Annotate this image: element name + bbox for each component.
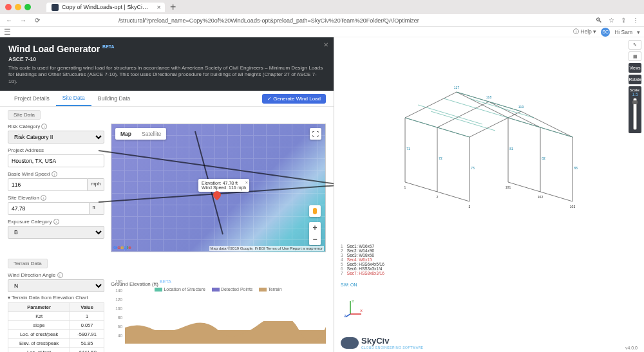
app-menubar: ☰ ⓘ Help ▾ SC Hi Sam ▾ bbox=[0, 27, 644, 37]
basic-wind-speed-label: Basic Wind Speed i bbox=[8, 171, 104, 177]
svg-text:82: 82 bbox=[542, 156, 545, 160]
module-description: This code is used for generating wind lo… bbox=[8, 65, 325, 85]
tab-close-icon[interactable]: × bbox=[156, 3, 160, 11]
map-widget[interactable]: Map Satellite ⛶ × Elevation: 47.78 ftWin… bbox=[111, 124, 326, 252]
star-icon[interactable]: ☆ bbox=[609, 17, 614, 24]
tab-title: Copy of WindLoads-opt | SkyCi… bbox=[62, 4, 148, 10]
reload-icon[interactable]: ⟳ bbox=[33, 17, 41, 24]
scale-widget[interactable]: Scale: 1.5 bbox=[629, 86, 641, 133]
tab-building-data[interactable]: Building Data bbox=[91, 91, 137, 106]
chart-legend: Location of Structure Detected Points Te… bbox=[111, 287, 326, 292]
svg-text:3: 3 bbox=[469, 205, 471, 208]
user-menu-caret-icon[interactable]: ▾ bbox=[637, 29, 640, 35]
left-panel: ✕ Wind Load Generator BETA ASCE 7-10 Thi… bbox=[0, 37, 334, 352]
viewport-toolbar: ✎ ▦ Views Rotate Scale: 1.5 bbox=[629, 40, 641, 133]
search-icon[interactable]: 🔍︎ bbox=[596, 17, 602, 24]
svg-text:118: 118 bbox=[486, 95, 492, 99]
info-icon[interactable]: i bbox=[41, 195, 46, 201]
back-icon[interactable]: ← bbox=[5, 17, 13, 24]
svg-text:X: X bbox=[360, 309, 363, 313]
forward-icon[interactable]: → bbox=[19, 17, 27, 24]
views-button[interactable]: Views bbox=[629, 63, 641, 73]
exposure-category-select[interactable]: B bbox=[8, 226, 104, 239]
info-icon[interactable]: i bbox=[53, 219, 59, 225]
svg-text:117: 117 bbox=[454, 86, 460, 89]
skyciv-logo: SkyCiv CLOUD ENGINEERING SOFTWARE bbox=[341, 336, 423, 349]
pegman-icon[interactable] bbox=[309, 205, 321, 217]
scale-slider[interactable] bbox=[633, 98, 637, 130]
hamburger-icon[interactable]: ☰ bbox=[4, 28, 11, 37]
map-attribution[interactable]: Map data ©2019 Google, INEGI Terms of Us… bbox=[209, 246, 324, 251]
svg-text:83: 83 bbox=[574, 166, 578, 170]
google-logo: Google bbox=[113, 245, 131, 250]
unit-mph: mph bbox=[88, 178, 104, 191]
svg-text:101: 101 bbox=[506, 185, 511, 189]
map-type-toggle[interactable]: Map Satellite bbox=[115, 128, 166, 140]
browser-tab[interactable]: Copy of WindLoads-opt | SkyCi… × bbox=[46, 3, 165, 12]
macos-titlebar: Copy of WindLoads-opt | SkyCi… × + bbox=[0, 0, 644, 14]
table-row: Kzt1 bbox=[8, 312, 104, 321]
svg-text:Y: Y bbox=[352, 299, 354, 303]
fullscreen-icon[interactable]: ⛶ bbox=[310, 128, 321, 140]
rotate-button[interactable]: Rotate bbox=[629, 75, 641, 84]
chart-title: Ground Elevation (ft) BETA bbox=[111, 279, 326, 287]
standard-label: ASCE 7-10 bbox=[8, 56, 325, 62]
menu-icon[interactable]: ⋮ bbox=[632, 17, 639, 24]
cloud-icon bbox=[341, 337, 359, 349]
axis-gizmo[interactable]: Y X Z bbox=[344, 298, 363, 317]
map-type-satellite[interactable]: Satellite bbox=[137, 128, 166, 140]
site-elevation-label: Site Elevation i bbox=[8, 195, 104, 201]
wind-direction-angle-label: Wind Direction Angle i bbox=[8, 272, 104, 278]
user-greeting: Hi Sam bbox=[614, 29, 632, 35]
svg-text:Z: Z bbox=[344, 314, 346, 317]
module-header: ✕ Wind Load Generator BETA ASCE 7-10 Thi… bbox=[0, 37, 334, 91]
site-elevation-input[interactable] bbox=[8, 202, 90, 215]
section-pill-site-data: Site Data bbox=[8, 110, 41, 120]
window-close-dot[interactable] bbox=[5, 4, 12, 10]
info-icon[interactable]: i bbox=[41, 124, 47, 129]
map-type-map[interactable]: Map bbox=[115, 128, 137, 140]
svg-text:102: 102 bbox=[538, 195, 544, 199]
page-title: Wind Load Generator BETA bbox=[8, 44, 325, 54]
wind-direction-angle-select[interactable]: N bbox=[8, 279, 104, 292]
self-weight-label: SW: ON bbox=[341, 283, 357, 287]
tooltip-close-icon[interactable]: × bbox=[245, 180, 249, 185]
risk-category-select[interactable]: Risk Category II bbox=[8, 131, 104, 144]
zoom-in-button[interactable]: + bbox=[309, 222, 321, 234]
terrain-table: ParameterValue Kzt1 slope0.057 Loc. of c… bbox=[8, 302, 104, 352]
table-row: Elev. of crest/peak51.85 bbox=[8, 339, 104, 348]
tool-pencil-icon[interactable]: ✎ bbox=[629, 40, 641, 50]
section-pill-terrain-data: Terrain Data bbox=[8, 259, 48, 268]
table-row: Loc. of crest/peak-5807.91 bbox=[8, 330, 104, 339]
terrain-accordion[interactable]: ▾ Terrain Data from Elevation Chart bbox=[8, 295, 104, 301]
new-tab-button[interactable]: + bbox=[165, 1, 181, 13]
window-max-dot[interactable] bbox=[24, 4, 31, 10]
window-min-dot[interactable] bbox=[15, 4, 21, 10]
browser-toolbar: ← → ⟳ /structural/?preload_name=Copy%20o… bbox=[0, 14, 644, 27]
help-menu[interactable]: ⓘ Help ▾ bbox=[573, 28, 596, 36]
zoom-out-button[interactable]: − bbox=[309, 234, 321, 245]
tab-site-data[interactable]: Site Data bbox=[56, 91, 91, 106]
project-address-label: Project Address bbox=[8, 147, 104, 153]
info-icon[interactable]: i bbox=[57, 272, 63, 278]
terrain-area bbox=[125, 321, 326, 344]
info-icon[interactable]: i bbox=[52, 171, 57, 177]
unit-ft: ft bbox=[90, 202, 104, 215]
favicon-icon bbox=[52, 4, 59, 11]
project-address-input[interactable] bbox=[8, 154, 104, 167]
url-field[interactable]: /structural/?preload_name=Copy%20of%20Wi… bbox=[48, 17, 589, 24]
svg-text:119: 119 bbox=[518, 105, 524, 109]
generate-wind-load-button[interactable]: ✓ Generate Wind Load bbox=[262, 94, 326, 104]
tab-project-details[interactable]: Project Details bbox=[8, 91, 56, 106]
user-avatar[interactable]: SC bbox=[601, 28, 610, 37]
map-tooltip: × Elevation: 47.78 ftWind Speed: 116 mph bbox=[198, 179, 249, 192]
svg-text:103: 103 bbox=[570, 205, 576, 208]
tool-grid-icon[interactable]: ▦ bbox=[629, 51, 641, 61]
structural-model[interactable]: 717273 818283 117118119 123 101102103 bbox=[379, 66, 611, 208]
close-panel-icon[interactable]: ✕ bbox=[323, 41, 328, 48]
svg-text:71: 71 bbox=[406, 147, 410, 151]
basic-wind-speed-input[interactable] bbox=[8, 178, 88, 191]
svg-text:73: 73 bbox=[471, 166, 475, 170]
3d-viewport[interactable]: ✎ ▦ Views Rotate Scale: 1.5 bbox=[334, 37, 644, 352]
extension-icon[interactable]: ⇪ bbox=[621, 17, 626, 24]
